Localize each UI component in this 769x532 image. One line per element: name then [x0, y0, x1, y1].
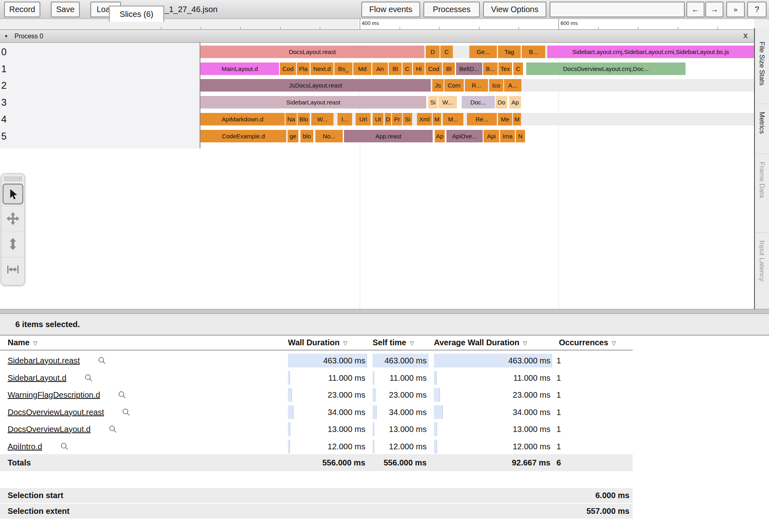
trace-slice[interactable]: Com: [444, 79, 464, 92]
slice-name-link[interactable]: SidebarLayout.reast: [8, 356, 80, 365]
trace-slice[interactable]: Ut: [373, 113, 383, 125]
trace-slice[interactable]: DocsLayout.reast: [200, 46, 424, 58]
trace-slice[interactable]: Pla: [297, 63, 310, 75]
slice-name-link[interactable]: SidebarLayout.d: [8, 373, 67, 383]
trace-slice[interactable]: C: [402, 63, 412, 75]
trace-slice[interactable]: Na: [286, 113, 297, 125]
trace-slice[interactable]: M: [513, 113, 521, 125]
trace-slice[interactable]: C: [513, 63, 523, 75]
trace-slice[interactable]: Tag: [498, 46, 521, 58]
palette-drag-handle[interactable]: [4, 176, 22, 181]
search-input[interactable]: [550, 2, 685, 17]
trace-slice[interactable]: SidebarLayout.cmj,SidebarLayout.cmi,Side…: [547, 46, 754, 58]
more-options-button[interactable]: »: [726, 2, 745, 17]
processes-button[interactable]: Processes: [423, 2, 480, 17]
vertical-zoom-tool-button[interactable]: [1, 232, 25, 257]
trace-slice[interactable]: Tex: [498, 63, 512, 75]
trace-slice[interactable]: Hi: [413, 63, 425, 75]
flow-events-button[interactable]: Flow events: [361, 2, 420, 17]
close-process-button[interactable]: X: [743, 30, 748, 42]
trace-slice[interactable]: Bl: [443, 63, 455, 75]
magnifier-icon[interactable]: [60, 442, 69, 451]
view-options-button[interactable]: View Options: [483, 2, 546, 17]
trace-slice[interactable]: DocsOverviewLayout.cmj,Doc...: [526, 63, 686, 75]
trace-slice[interactable]: JsDocsLayout.reast: [200, 79, 431, 92]
column-header-self-time[interactable]: Self time▽: [373, 336, 414, 350]
trace-slice[interactable]: ApiMarkdown.d: [200, 113, 285, 125]
tab-slices[interactable]: Slices (6): [109, 6, 164, 22]
trace-slice[interactable]: No...: [315, 130, 343, 142]
save-button[interactable]: Save: [51, 2, 80, 17]
trace-slice[interactable]: MainLayout.d: [200, 63, 279, 75]
trace-slice[interactable]: blo: [300, 130, 313, 142]
trace-slice[interactable]: Ge...: [469, 46, 497, 58]
trace-slice[interactable]: R...: [465, 79, 488, 92]
trace-slice[interactable]: Cod: [280, 63, 296, 75]
trace-slice[interactable]: B...: [522, 46, 545, 58]
trace-slice[interactable]: ge: [288, 130, 298, 142]
trace-slice[interactable]: Ap: [435, 130, 445, 142]
side-panel-tab-file-size-stats[interactable]: File Size Stats: [758, 42, 766, 106]
column-header-occurrences[interactable]: Occurrences▽: [559, 336, 616, 350]
trace-slice[interactable]: B...: [483, 63, 498, 75]
trace-slice[interactable]: CodeExample.d: [200, 130, 286, 142]
trace-slice[interactable]: Api: [483, 130, 499, 142]
trace-slice[interactable]: App.reast: [344, 130, 433, 142]
trace-slice[interactable]: Js: [432, 79, 444, 92]
find-next-button[interactable]: →: [705, 2, 723, 17]
trace-slice[interactable]: D: [385, 113, 391, 125]
trace-slice[interactable]: N: [516, 130, 525, 142]
find-previous-button[interactable]: ←: [686, 2, 704, 17]
column-header-name[interactable]: Name▽: [8, 336, 37, 350]
magnifier-icon[interactable]: [84, 373, 93, 382]
column-header-wall-duration[interactable]: Wall Duration▽: [288, 336, 347, 350]
trace-slice[interactable]: Cod: [425, 63, 442, 75]
column-header-average-wall-duration[interactable]: Average Wall Duration▽: [434, 336, 527, 350]
trace-slice[interactable]: C: [440, 46, 453, 58]
trace-slice[interactable]: Bl: [389, 63, 402, 75]
trace-slice[interactable]: M: [433, 113, 441, 125]
trace-slice[interactable]: Next.d: [311, 63, 333, 75]
trace-slice[interactable]: SidebarLayout.reast: [200, 96, 426, 108]
slice-name-link[interactable]: ApiIntro.d: [8, 442, 42, 451]
trace-slice[interactable]: Si: [428, 96, 438, 108]
trace-slice[interactable]: Md: [353, 63, 371, 75]
trace-slice[interactable]: Blo: [298, 113, 310, 125]
timing-tool-button[interactable]: [1, 257, 25, 283]
trace-slice[interactable]: Ap: [509, 96, 521, 108]
slice-name-link[interactable]: DocsOverviewLayout.reast: [8, 408, 104, 417]
trace-slice[interactable]: An: [372, 63, 388, 75]
trace-slice[interactable]: Pr: [392, 113, 402, 125]
trace-slice[interactable]: M...: [443, 113, 463, 125]
trace-slice[interactable]: Xml: [417, 113, 432, 125]
side-panel-tab-input-latency[interactable]: Input Latency: [758, 240, 766, 309]
trace-slice[interactable]: Url: [356, 113, 371, 125]
trace-slice[interactable]: A...: [504, 79, 521, 92]
trace-slice[interactable]: I...: [338, 113, 352, 125]
side-panel-tab-frame-data[interactable]: Frame Data: [758, 162, 766, 226]
trace-slice[interactable]: Doc...: [462, 96, 495, 108]
magnifier-icon[interactable]: [118, 390, 127, 399]
collapse-icon[interactable]: ▾: [5, 30, 8, 42]
selection-tool-button[interactable]: [1, 181, 25, 207]
magnifier-icon[interactable]: [98, 356, 106, 365]
magnifier-icon[interactable]: [122, 408, 131, 417]
trace-slice[interactable]: Ico: [489, 79, 503, 92]
trace-slice[interactable]: W...: [311, 113, 333, 125]
slice-name-link[interactable]: DocsOverviewLayout.d: [8, 425, 91, 434]
side-panel-tab-metrics[interactable]: Metrics: [758, 112, 766, 148]
record-button[interactable]: Record: [4, 2, 40, 17]
trace-slice[interactable]: BeltD...: [456, 63, 482, 75]
magnifier-icon[interactable]: [108, 425, 117, 434]
trace-slice[interactable]: Me: [498, 113, 512, 125]
trace-slice[interactable]: Si: [403, 113, 412, 125]
panel-splitter[interactable]: [0, 309, 769, 314]
slice-name-link[interactable]: WarningFlagDescription.d: [8, 390, 100, 400]
trace-slice[interactable]: Do: [496, 96, 507, 108]
help-button[interactable]: ?: [747, 2, 767, 17]
trace-slice[interactable]: Ima: [500, 130, 515, 142]
trace-slice[interactable]: Bs_: [334, 63, 352, 75]
trace-slice[interactable]: D: [426, 46, 440, 58]
trace-slice[interactable]: W...: [438, 96, 457, 108]
trace-slice[interactable]: ApiOve...: [446, 130, 483, 142]
